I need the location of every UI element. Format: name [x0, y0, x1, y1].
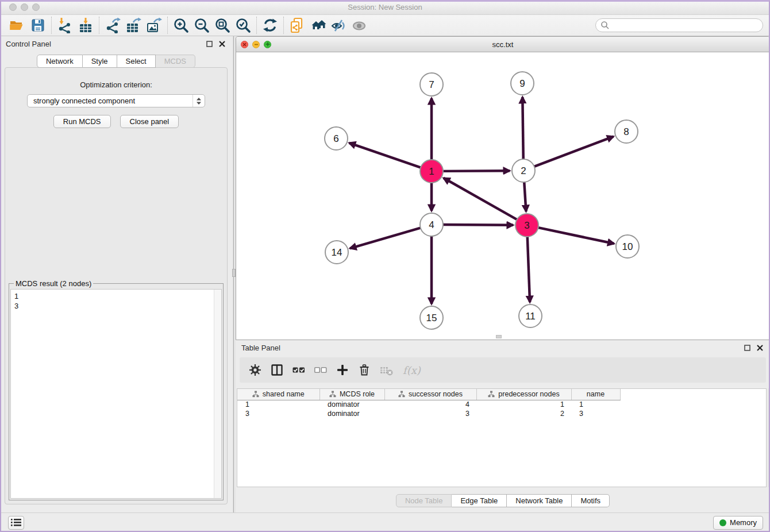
column-header-filler: [620, 389, 766, 400]
edge-1-6[interactable]: [349, 143, 421, 168]
zoom-in-icon[interactable]: [171, 16, 191, 34]
export-image-icon[interactable]: [144, 16, 164, 34]
criterion-dropdown[interactable]: strongly connected component: [27, 94, 205, 107]
memory-button[interactable]: Memory: [713, 516, 763, 530]
export-network-icon[interactable]: [102, 16, 123, 34]
show-all-icon[interactable]: [349, 16, 369, 34]
node-4[interactable]: 4: [420, 213, 443, 236]
unselect-all-columns-icon[interactable]: [314, 364, 327, 376]
table-close-icon[interactable]: [755, 343, 764, 352]
cell-mcds-role[interactable]: dominator: [319, 409, 384, 418]
column-header-shared-name[interactable]: shared name: [237, 389, 319, 400]
column-header-name[interactable]: name: [571, 389, 620, 400]
table-float-icon[interactable]: [742, 343, 752, 352]
zoom-fit-icon[interactable]: [212, 16, 233, 34]
cell-shared-name[interactable]: 3: [237, 409, 319, 418]
close-panel-button[interactable]: Close panel: [120, 115, 179, 128]
main-toolbar: [0, 15, 770, 36]
mcds-result-box: MCDS result (2 nodes) 1 3: [9, 283, 224, 500]
save-session-icon[interactable]: [28, 16, 48, 34]
node-3[interactable]: 3: [515, 214, 538, 237]
edge-2-3[interactable]: [524, 182, 526, 211]
network-titlebar[interactable]: scc.txt: [236, 37, 769, 52]
close-panel-icon[interactable]: [217, 39, 226, 48]
zoom-out-icon[interactable]: [191, 16, 212, 34]
edge-3-1[interactable]: [444, 178, 517, 219]
clone-network-icon[interactable]: [287, 16, 307, 34]
run-mcds-button[interactable]: Run MCDS: [53, 115, 111, 128]
tab-network[interactable]: Network: [37, 55, 83, 68]
tab-mcds[interactable]: MCDS: [156, 55, 195, 68]
network-canvas[interactable]: 7968124314101511: [236, 52, 769, 340]
edge-3-11[interactable]: [528, 237, 530, 302]
column-header-predecessor-nodes[interactable]: predecessor nodes: [476, 389, 571, 400]
sort-icon[interactable]: [252, 391, 259, 398]
column-header-successor-nodes[interactable]: successor nodes: [384, 389, 476, 400]
optimization-criterion-label: Optimization criterion:: [5, 80, 227, 89]
table-tab-edge-table[interactable]: Edge Table: [452, 494, 507, 507]
node-7[interactable]: 7: [420, 73, 443, 96]
control-panel-tabs: NetworkStyleSelectMCDS: [0, 55, 232, 68]
delete-columns-icon[interactable]: [358, 364, 371, 376]
edge-4-3[interactable]: [443, 225, 513, 225]
table-tab-motifs[interactable]: Motifs: [572, 494, 610, 507]
node-15[interactable]: 15: [420, 306, 443, 329]
edge-3-10[interactable]: [538, 228, 614, 244]
cell-name[interactable]: 1: [571, 400, 620, 409]
cell-predecessor-nodes[interactable]: 1: [476, 400, 571, 409]
memory-status-dot: [719, 519, 726, 526]
node-1[interactable]: 1: [420, 160, 443, 183]
edge-2-9[interactable]: [522, 97, 523, 159]
edge-2-8[interactable]: [534, 137, 614, 167]
node-14[interactable]: 14: [325, 241, 348, 264]
first-neighbors-icon[interactable]: [307, 16, 328, 34]
node-6[interactable]: 6: [325, 127, 348, 150]
cell-mcds-role[interactable]: dominator: [319, 400, 384, 409]
node-9[interactable]: 9: [511, 72, 534, 95]
memory-label: Memory: [730, 518, 757, 527]
node-label: 4: [429, 219, 434, 230]
table-tab-node-table[interactable]: Node Table: [396, 494, 452, 507]
mcds-result-textarea[interactable]: 1 3: [10, 289, 222, 499]
sort-icon[interactable]: [398, 391, 405, 398]
open-session-icon[interactable]: [7, 16, 28, 34]
add-column-icon[interactable]: [336, 364, 349, 376]
sort-icon[interactable]: [329, 391, 336, 398]
node-8[interactable]: 8: [615, 120, 638, 143]
import-table-icon[interactable]: [75, 16, 96, 34]
result-scrollbar[interactable]: [214, 290, 221, 498]
edge-4-14[interactable]: [350, 228, 421, 249]
sort-icon[interactable]: [488, 391, 495, 398]
select-all-columns-icon[interactable]: [292, 364, 305, 376]
import-network-icon[interactable]: [55, 16, 75, 34]
task-history-button[interactable]: [8, 516, 24, 530]
show-columns-icon[interactable]: [271, 364, 283, 376]
refresh-layout-icon[interactable]: [260, 16, 280, 34]
edge-1-2[interactable]: [443, 171, 510, 171]
cell-shared-name[interactable]: 1: [237, 400, 319, 409]
table-row[interactable]: 3dominator323: [237, 409, 766, 418]
network-resize-grip[interactable]: [496, 335, 502, 338]
cell-successor-nodes[interactable]: 3: [384, 409, 476, 418]
table-settings-icon[interactable]: [249, 364, 261, 376]
tab-select[interactable]: Select: [117, 55, 156, 68]
float-panel-icon[interactable]: [205, 39, 214, 48]
node-2[interactable]: 2: [512, 159, 535, 182]
search-input[interactable]: [610, 20, 763, 31]
node-label: 2: [521, 165, 526, 176]
table-tab-network-table[interactable]: Network Table: [507, 494, 572, 507]
tab-style[interactable]: Style: [83, 55, 117, 68]
criterion-value: strongly connected component: [33, 97, 135, 105]
export-table-icon[interactable]: [123, 16, 144, 34]
zoom-selected-icon[interactable]: [233, 16, 253, 34]
cell-successor-nodes[interactable]: 4: [384, 400, 476, 409]
node-11[interactable]: 11: [519, 304, 542, 327]
node-10[interactable]: 10: [616, 235, 639, 258]
table-row[interactable]: 1dominator411: [237, 400, 766, 409]
column-header-mcds-role[interactable]: MCDS role: [319, 389, 384, 400]
table-scrollbar[interactable]: [768, 388, 770, 487]
cell-predecessor-nodes[interactable]: 2: [476, 409, 571, 418]
cell-name[interactable]: 3: [571, 409, 620, 418]
hide-selected-icon[interactable]: [328, 16, 349, 34]
search-box[interactable]: [595, 18, 763, 32]
